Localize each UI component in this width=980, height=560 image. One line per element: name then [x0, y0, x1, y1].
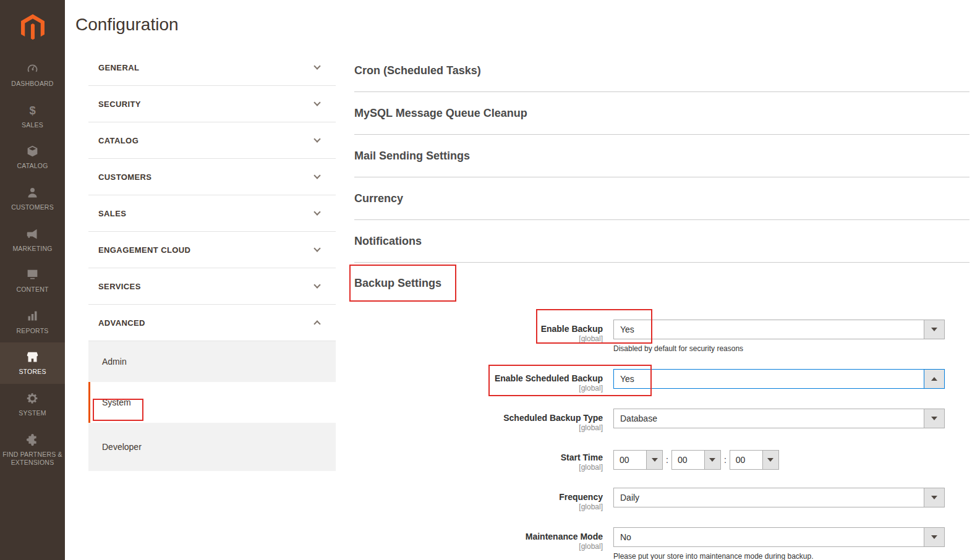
- config-nav-catalog[interactable]: CATALOG: [88, 122, 336, 159]
- section-header-currency[interactable]: Currency: [354, 177, 969, 220]
- sidebar-item-catalog[interactable]: CATALOG: [0, 137, 65, 178]
- sidebar-item-marketing[interactable]: MARKETING: [0, 219, 65, 261]
- select-value: 00: [730, 451, 762, 469]
- sidebar-item-label: CATALOG: [17, 162, 48, 171]
- sales-icon: $: [26, 104, 39, 117]
- caret-down-icon: [931, 496, 937, 499]
- field-control: Yes: [613, 369, 945, 392]
- start-time-minute-select[interactable]: 00: [671, 450, 721, 470]
- section-title: Mail Sending Settings: [354, 150, 470, 163]
- frequency-label: Frequency: [559, 492, 603, 502]
- field-control: Daily: [613, 488, 945, 511]
- field-label: Frequency [global]: [354, 488, 603, 511]
- page-title: Configuration: [65, 0, 980, 35]
- chevron-down-icon: [313, 208, 320, 215]
- sidebar-item-system[interactable]: SYSTEM: [0, 384, 65, 425]
- svg-text:$: $: [29, 104, 35, 117]
- backup-settings-form: Enable Backup [global] Yes Disabled by d…: [354, 320, 969, 560]
- form-row-enable-backup: Enable Backup [global] Yes Disabled by d…: [354, 320, 969, 353]
- section-header-notifications[interactable]: Notifications: [354, 220, 969, 263]
- field-label: Scheduled Backup Type [global]: [354, 409, 603, 432]
- chevron-down-icon: [313, 281, 320, 288]
- caret-down-icon: [767, 458, 773, 462]
- dropdown-button[interactable]: [924, 370, 944, 388]
- dropdown-button[interactable]: [924, 409, 944, 428]
- customers-icon: [26, 186, 39, 199]
- maintenance-mode-select[interactable]: No: [613, 527, 945, 547]
- sidebar-item-find-partners[interactable]: FIND PARTNERS & EXTENSIONS: [0, 425, 65, 475]
- sidebar-item-reports[interactable]: REPORTS: [0, 302, 65, 343]
- config-nav-sales[interactable]: SALES: [88, 195, 336, 232]
- reports-icon: [26, 310, 39, 323]
- config-nav-developer[interactable]: Developer: [88, 423, 336, 471]
- page-header: Configuration: [65, 0, 980, 49]
- enable-backup-select[interactable]: Yes: [613, 320, 945, 339]
- sidebar-item-label: SALES: [22, 121, 43, 130]
- config-nav-services[interactable]: SERVICES: [88, 268, 336, 305]
- frequency-select[interactable]: Daily: [613, 488, 945, 507]
- config-nav-label: ENGAGEMENT CLOUD: [98, 245, 190, 255]
- config-nav-security[interactable]: SECURITY: [88, 86, 336, 122]
- field-label: Enable Backup [global]: [354, 320, 603, 353]
- dropdown-button[interactable]: [924, 528, 944, 546]
- dropdown-button[interactable]: [646, 451, 662, 469]
- enable-scheduled-backup-select[interactable]: Yes: [613, 369, 945, 389]
- field-control: Yes Disabled by default for security rea…: [613, 320, 945, 353]
- config-nav-label: SALES: [98, 209, 126, 218]
- stores-icon: [26, 350, 39, 363]
- config-nav-label: CUSTOMERS: [98, 172, 151, 182]
- dashboard-icon: [26, 62, 39, 75]
- magento-logo-icon[interactable]: [0, 0, 65, 54]
- section-header-cron[interactable]: Cron (Scheduled Tasks): [354, 49, 969, 92]
- section-header-backup-settings[interactable]: Backup Settings: [354, 276, 441, 291]
- dropdown-button[interactable]: [762, 451, 778, 469]
- section-header-mysql-queue[interactable]: MySQL Message Queue Cleanup: [354, 92, 969, 135]
- scope-label: [global]: [579, 503, 603, 511]
- scope-label: [global]: [579, 423, 603, 432]
- config-nav-engagement-cloud[interactable]: ENGAGEMENT CLOUD: [88, 232, 336, 268]
- dropdown-button[interactable]: [924, 488, 944, 507]
- sidebar-item-label: STORES: [19, 368, 46, 376]
- config-nav-sub-label: Developer: [102, 442, 142, 452]
- chevron-down-icon: [313, 245, 320, 252]
- config-nav-general[interactable]: GENERAL: [88, 49, 336, 86]
- caret-down-icon: [931, 328, 937, 331]
- select-value: 00: [614, 451, 646, 469]
- time-separator: :: [666, 455, 668, 465]
- scope-label: [global]: [579, 542, 603, 551]
- config-content: Cron (Scheduled Tasks) MySQL Message Que…: [354, 49, 969, 560]
- scheduled-backup-type-select[interactable]: Database: [613, 409, 945, 428]
- caret-down-icon: [652, 458, 658, 462]
- select-value: No: [614, 528, 924, 546]
- sidebar-item-dashboard[interactable]: DASHBOARD: [0, 54, 65, 96]
- sidebar-item-customers[interactable]: CUSTOMERS: [0, 178, 65, 219]
- caret-down-icon: [709, 458, 715, 462]
- config-nav-admin[interactable]: Admin: [88, 341, 336, 382]
- dropdown-button[interactable]: [704, 451, 720, 469]
- config-nav-system[interactable]: System: [88, 382, 336, 423]
- sidebar-item-label: SYSTEM: [19, 409, 46, 418]
- caret-down-icon: [931, 535, 937, 539]
- sidebar-item-label: CUSTOMERS: [11, 203, 54, 212]
- form-row-frequency: Frequency [global] Daily: [354, 488, 969, 511]
- config-nav-label: SERVICES: [98, 282, 141, 291]
- chevron-up-icon: [313, 320, 320, 327]
- sidebar-item-content[interactable]: CONTENT: [0, 260, 65, 302]
- sidebar-item-stores[interactable]: STORES: [0, 342, 65, 384]
- config-nav-label: ADVANCED: [98, 318, 145, 328]
- section-title: Notifications: [354, 235, 422, 248]
- config-nav-advanced[interactable]: ADVANCED: [88, 305, 336, 341]
- sidebar-item-label: REPORTS: [17, 327, 49, 336]
- start-time-hour-select[interactable]: 00: [613, 450, 663, 470]
- sidebar-item-sales[interactable]: $ SALES: [0, 96, 65, 137]
- maintenance-mode-note: Please put your store into maintenance m…: [613, 552, 945, 560]
- config-nav-customers[interactable]: CUSTOMERS: [88, 159, 336, 195]
- form-row-scheduled-backup-type: Scheduled Backup Type [global] Database: [354, 409, 969, 432]
- extensions-icon: [26, 433, 39, 446]
- dropdown-button[interactable]: [924, 320, 944, 339]
- field-control: Database: [613, 409, 945, 432]
- section-header-mail-sending[interactable]: Mail Sending Settings: [354, 135, 969, 177]
- enable-backup-label: Enable Backup: [541, 324, 603, 334]
- sidebar-item-label: DASHBOARD: [11, 80, 53, 88]
- start-time-second-select[interactable]: 00: [730, 450, 779, 470]
